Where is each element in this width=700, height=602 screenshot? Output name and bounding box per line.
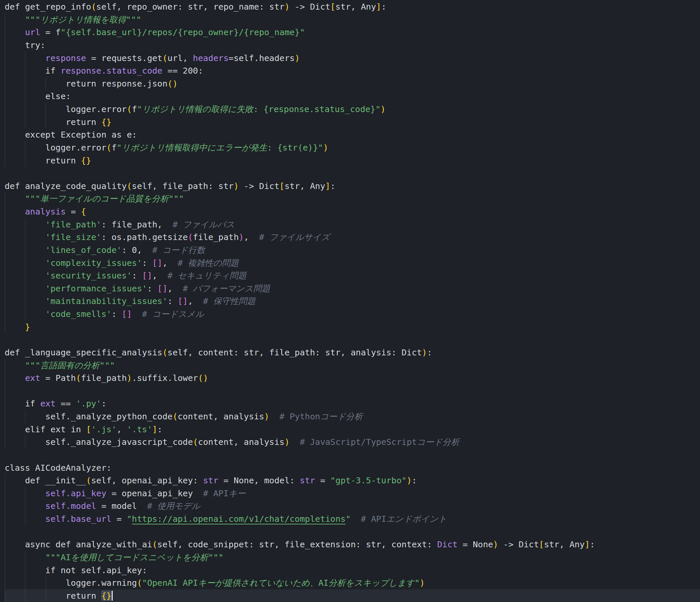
code-line[interactable]: self.model = model # 使用モデル [0, 500, 700, 512]
code-editor[interactable]: def get_repo_info(self, repo_owner: str,… [0, 0, 700, 602]
code-line[interactable] [0, 449, 700, 461]
code-token: [] [142, 271, 152, 280]
code-token: ) [239, 232, 244, 242]
code-token: : [411, 475, 417, 485]
code-token: https://api.openai.com/v1/chat/completio… [132, 514, 346, 524]
code-line[interactable]: logger.error(f"リポジトリ情報の取得に失敗: {response.… [0, 103, 700, 116]
code-token: {} [101, 117, 112, 127]
indent-guide [25, 590, 26, 602]
code-line[interactable]: return {} [0, 154, 700, 167]
code-token: if [5, 398, 40, 408]
code-line[interactable]: """リポジトリ情報を取得""" [0, 13, 700, 26]
code-token: = [111, 514, 127, 524]
code-line[interactable] [0, 333, 700, 346]
code-line[interactable]: def __init__(self, openai_api_key: str =… [0, 474, 700, 487]
code-token: ( [91, 2, 96, 11]
code-token: # APIキー [203, 488, 246, 498]
code-token: = None, model: [219, 475, 300, 485]
code-token: '.js' [91, 424, 117, 434]
code-line[interactable]: } [0, 321, 700, 333]
code-line[interactable]: """単一ファイルのコード品質を分析""" [0, 192, 700, 205]
indent-guide [5, 321, 5, 333]
cjk-text: を使用してコードスニペットを分析 [71, 552, 208, 562]
cjk-text: 言語固有の分析 [40, 360, 99, 370]
code-line[interactable]: self._analyze_python_code(content, analy… [0, 410, 700, 423]
code-token: # Pythonコード分析 [279, 411, 363, 421]
code-token: = None [457, 540, 493, 549]
code-line[interactable]: url = f"{self.base_url}/repos/{repo_owne… [0, 26, 700, 39]
code-line[interactable]: 'lines_of_code': 0, # コード行数 [0, 244, 700, 257]
code-token: """リポジトリ情報を取得""" [25, 15, 141, 25]
code-line[interactable]: def get_repo_info(self, repo_owner: str,… [0, 0, 700, 13]
code-token: : [142, 258, 152, 268]
code-line[interactable]: """AIを使用してコードスニペットを分析""" [0, 551, 700, 564]
code-line[interactable]: logger.warning("OpenAI APIキーが提供されていないため、… [0, 576, 700, 590]
code-line[interactable]: def _language_specific_analysis(self, co… [0, 346, 700, 359]
indent-guide [5, 564, 5, 577]
code-token: headers [193, 53, 228, 63]
code-line[interactable]: 'performance_issues': [], # パフォーマンス問題 [0, 282, 700, 295]
code-token: " [127, 514, 131, 524]
code-line[interactable]: elif ext in ['.js', '.ts']: [0, 423, 700, 436]
indent-guide [5, 77, 5, 90]
code-token [5, 194, 25, 204]
code-line[interactable]: def analyze_code_quality(self, file_path… [0, 180, 700, 193]
code-line[interactable]: async def analyze_with_ai(self, code_sni… [0, 538, 700, 551]
code-line[interactable]: self._analyze_javascript_code(content, a… [0, 435, 700, 449]
cjk-text: キーが提供されていないため、 [198, 578, 318, 588]
code-line[interactable]: else: [0, 90, 700, 103]
code-token: response.status_code [61, 66, 162, 76]
code-line[interactable]: if ext == '.py': [0, 397, 700, 410]
code-token [5, 373, 25, 383]
code-line[interactable]: if not self.api_key: [0, 564, 700, 577]
code-line[interactable] [0, 384, 700, 398]
code-token: : [157, 424, 162, 434]
code-token: '.py' [76, 398, 101, 408]
indent-guide [25, 295, 26, 308]
code-token: self, code_snippet: str, file_extension:… [157, 540, 437, 549]
code-line[interactable]: 'complexity_issues': [], # 複雑性の問題 [0, 257, 700, 270]
indent-guide [5, 26, 5, 39]
indent-guide [25, 52, 26, 65]
cjk-text: 保守性問題 [214, 296, 256, 306]
code-token: : [147, 283, 157, 293]
indent-guide [5, 103, 5, 116]
code-line[interactable]: """言語固有の分析""" [0, 359, 700, 372]
code-line-current[interactable]: return {} [0, 590, 700, 602]
code-line[interactable] [0, 167, 700, 180]
indent-guide [25, 244, 26, 257]
code-line[interactable] [0, 525, 700, 538]
code-line[interactable]: if response.status_code == 200: [0, 64, 700, 77]
code-line[interactable]: return {} [0, 116, 700, 129]
indent-guide [5, 551, 5, 564]
code-line[interactable]: return response.json() [0, 77, 700, 90]
code-line[interactable]: self.base_url = "https://api.openai.com/… [0, 512, 700, 525]
code-line[interactable]: 'file_size': os.path.getsize(file_path),… [0, 231, 700, 244]
code-line[interactable]: analysis = { [0, 205, 700, 218]
code-token: ( [127, 181, 131, 191]
code-token: ( [173, 411, 178, 421]
code-line[interactable]: class AICodeAnalyzer: [0, 461, 700, 474]
code-token: : [101, 398, 106, 408]
code-token: 'complexity_issues' [45, 258, 142, 268]
cjk-text: 複雑性の問題 [188, 258, 239, 268]
cjk-text: コード分析 [320, 411, 363, 421]
indent-guide [5, 500, 5, 512]
code-line[interactable]: ext = Path(file_path).suffix.lower() [0, 372, 700, 384]
code-line[interactable]: response = requests.get(url, headers=sel… [0, 52, 700, 65]
code-line[interactable]: self.api_key = openai_api_key # APIキー [0, 487, 700, 500]
code-token: logger.error [5, 104, 127, 114]
code-line[interactable]: try: [0, 39, 700, 52]
code-line[interactable]: 'code_smells': [] # コードスメル [0, 308, 700, 321]
code-line[interactable]: 'security_issues': [], # セキュリティ問題 [0, 269, 700, 282]
code-token: # ファイルサイズ [259, 232, 330, 242]
code-token: if [5, 66, 61, 76]
code-line[interactable]: logger.error(f"リポジトリ情報取得中にエラーが発生: {str(e… [0, 141, 700, 154]
code-line[interactable]: 'maintainability_issues': [], # 保守性問題 [0, 295, 700, 308]
cjk-text: パフォーマンス問題 [193, 283, 270, 293]
code-line[interactable]: except Exception as e: [0, 128, 700, 141]
indent-guide [5, 397, 5, 410]
code-token: = f [40, 27, 60, 37]
code-line[interactable]: 'file_path': file_path, # ファイルパス [0, 218, 700, 231]
code-token: # 保守性問題 [203, 296, 255, 306]
